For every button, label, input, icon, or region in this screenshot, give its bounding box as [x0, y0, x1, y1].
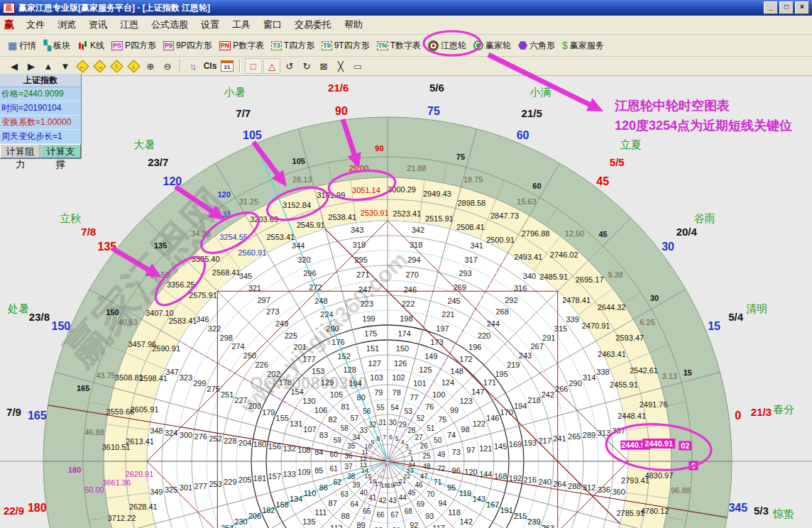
main-toolbar: ▦行情▚板块K线PSP四方形P99P四方形PNP数字表T3T四方形T99T四方形…	[0, 35, 812, 57]
svg-text:339: 339	[566, 315, 578, 324]
rotate-cw-button[interactable]: ↻	[299, 59, 314, 73]
calc-support-button[interactable]: 计算支撑	[40, 144, 81, 158]
svg-text:135: 135	[302, 517, 315, 526]
svg-text:240: 240	[538, 478, 551, 486]
svg-text:126: 126	[394, 359, 407, 368]
triangle-tool-button[interactable]: △	[263, 58, 280, 74]
svg-text:170: 170	[500, 408, 513, 417]
p9-icon: P9	[163, 41, 174, 50]
board-button[interactable]: ▭	[350, 59, 366, 73]
pan-right-button[interactable]: ▶	[23, 59, 39, 73]
svg-text:43.75: 43.75	[96, 371, 116, 380]
svg-text:177: 177	[302, 355, 315, 363]
svg-text:45: 45	[598, 230, 607, 238]
zoom-out-button[interactable]: ⊖	[160, 59, 175, 73]
svg-text:2491.76: 2491.76	[640, 400, 668, 409]
gann-wheel-chart[interactable]: 赢家江恩网www.yingjia360.comQQ:10080036012345…	[0, 0, 812, 528]
svg-text:245: 245	[447, 297, 460, 305]
menu-item-3[interactable]: 江恩	[114, 17, 145, 33]
toolbar-item-kline[interactable]: K线	[74, 38, 108, 53]
toolbar-item-p-number-table[interactable]: PNP数字表	[216, 38, 268, 53]
minimize-button[interactable]: _	[764, 1, 778, 14]
svg-text:165: 165	[77, 384, 89, 392]
svg-text:319: 319	[353, 241, 366, 249]
menu-item-4[interactable]: 公式选股	[145, 17, 194, 33]
menu-item-5[interactable]: 设置	[194, 17, 226, 33]
toolbar-item-winner-wheel[interactable]: 赢家轮	[470, 38, 515, 53]
svg-text:56: 56	[363, 407, 371, 415]
rotate-ccw-button[interactable]: ↺	[282, 59, 297, 73]
toolbar-item-t-square[interactable]: T3T四方形	[268, 38, 318, 53]
step-down-button[interactable]: ↓	[126, 59, 141, 73]
svg-text:118: 118	[448, 508, 461, 517]
svg-text:251: 251	[221, 390, 234, 399]
solar-term-label: 清明	[746, 302, 767, 314]
toolbar-label-p-square: P四方形	[125, 40, 156, 52]
svg-text:3356.25: 3356.25	[167, 280, 195, 289]
toolbar-item-hexagon[interactable]: 六角形	[515, 38, 559, 53]
pan-left-button[interactable]: ◀	[6, 59, 22, 73]
toolbar-label-p-number-table: P数字表	[233, 40, 264, 52]
zoom-in-button[interactable]: ⊕	[143, 59, 158, 73]
step-right-button[interactable]: →	[92, 59, 107, 73]
menu-item-6[interactable]: 工具	[226, 17, 257, 33]
toolbar-item-gann-wheel[interactable]: 江恩轮	[424, 38, 470, 53]
svg-text:2793.41: 2793.41	[621, 476, 649, 485]
updown-button[interactable]: ↑↓	[185, 59, 201, 73]
svg-text:106: 106	[314, 406, 327, 414]
svg-text:173: 173	[430, 338, 443, 346]
svg-text:314: 314	[583, 373, 596, 382]
toolbar-item-t-number-table[interactable]: TNT数字表	[373, 38, 424, 53]
menu-item-1[interactable]: 浏览	[51, 17, 82, 33]
svg-text:3305.40: 3305.40	[192, 255, 220, 263]
calendar-button[interactable]: 21	[219, 59, 235, 73]
toolbar-item-quotes[interactable]: ▦行情	[4, 38, 40, 53]
menu-item-8[interactable]: 交易委托	[288, 17, 338, 33]
svg-text:95: 95	[447, 483, 456, 492]
current-value-cell	[642, 439, 675, 449]
svg-text:69: 69	[417, 500, 425, 508]
svg-text:119: 119	[459, 489, 472, 497]
maximize-button[interactable]: □	[779, 1, 794, 14]
svg-text:274: 274	[231, 342, 244, 351]
fit-button[interactable]: ╳	[333, 59, 349, 73]
svg-text:112: 112	[330, 524, 343, 528]
step-left-button[interactable]: ←	[75, 59, 90, 73]
svg-text:19: 19	[387, 482, 394, 489]
svg-text:2440.91: 2440.91	[644, 439, 673, 448]
svg-text:142: 142	[459, 517, 472, 526]
cls-button[interactable]: Cls	[202, 59, 218, 73]
calc-resistance-button[interactable]: 计算阻力	[0, 144, 40, 158]
menu-logo-icon: 赢	[4, 18, 14, 31]
square-tool-button[interactable]: □	[245, 58, 262, 74]
toolbar-item-9t-square[interactable]: T99T四方形	[318, 38, 373, 53]
menu-item-9[interactable]: 帮助	[338, 17, 369, 33]
magenta-radial-overlay	[179, 341, 385, 461]
svg-text:15.63: 15.63	[517, 197, 537, 206]
toolbar-item-p-square[interactable]: PSP四方形	[108, 38, 160, 53]
menu-item-2[interactable]: 资讯	[82, 17, 114, 33]
toolbar-label-t-square: T四方形	[284, 40, 314, 52]
pan-down-button[interactable]: ▼	[57, 59, 73, 73]
toolbar-item-9p-square[interactable]: P99P四方形	[160, 38, 216, 53]
date-label: 5/5	[610, 156, 625, 168]
menu-item-0[interactable]: 文件	[20, 17, 51, 33]
step-up-button[interactable]: ↑	[109, 59, 124, 73]
svg-text:360: 360	[613, 488, 625, 496]
fullscreen-button[interactable]: ⊠	[316, 59, 331, 73]
svg-text:277: 277	[194, 482, 207, 490]
svg-text:293: 293	[459, 269, 471, 277]
tn-icon: TN	[377, 41, 388, 50]
arrow-glyph: ↓	[132, 62, 136, 70]
svg-text:3203.69: 3203.69	[250, 215, 278, 224]
svg-text:40.63: 40.63	[118, 318, 138, 326]
menu-item-7[interactable]: 窗口	[257, 17, 288, 33]
toolbar-item-sectors[interactable]: ▚板块	[40, 38, 74, 53]
svg-text:52: 52	[417, 414, 425, 422]
svg-text:44: 44	[399, 494, 407, 502]
close-button[interactable]: ×	[795, 1, 809, 14]
date-label: 7/9	[6, 406, 21, 418]
toolbar-item-winner-service[interactable]: $赢家服务	[559, 38, 608, 53]
degree-label: 0	[735, 409, 741, 422]
pan-up-button[interactable]: ▲	[40, 59, 56, 73]
